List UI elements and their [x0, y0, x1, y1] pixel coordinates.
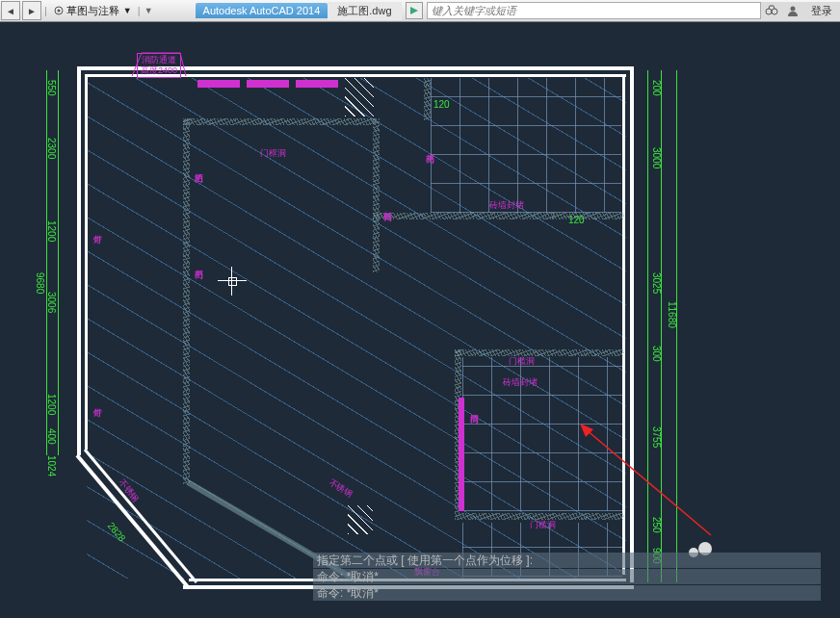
nav-fwd-button[interactable]: ► [22, 1, 41, 20]
partition-2 [183, 118, 376, 125]
label-floor2: 砖墙封堵 [503, 376, 538, 389]
app-title: Autodesk AutoCAD 2014 [196, 3, 328, 18]
login-button[interactable]: 登录 [803, 4, 840, 18]
dim-l4: 3006 [46, 292, 57, 313]
dim-r2: 3000 [651, 147, 662, 168]
drawing-canvas[interactable]: 消防通道 高度2400 灯带 灯带 洒柜门 书柜门 门框洞 书柜门 鞋柜门 门槛… [0, 22, 840, 601]
dim-r4: 300 [651, 346, 662, 362]
cmd-cancel-2: 命令: *取消* [313, 585, 821, 601]
wall-left-outer [77, 66, 81, 455]
file-tab[interactable]: 施工图.dwg [328, 2, 401, 20]
partition-4 [373, 213, 554, 219]
dim-r3: 3025 [651, 272, 662, 294]
dim-l5: 1200 [46, 394, 57, 415]
dimline-left-inner [58, 70, 59, 455]
svg-point-5 [791, 7, 796, 12]
dim-l3: 1200 [46, 220, 57, 242]
cmd-prompt: 指定第二个点或 [ 使用第一个点作为位移 ]: [313, 553, 821, 568]
dim-r1: 200 [651, 80, 662, 96]
dim-ltotal: 9680 [35, 272, 45, 294]
partition-6 [424, 78, 431, 120]
cmd-cancel-1: 命令: *取消* [313, 569, 821, 584]
dim-l6: 400 [46, 428, 57, 445]
tile-room-1 [431, 78, 621, 213]
svg-line-7 [85, 450, 197, 582]
dim-l2: 2300 [46, 138, 57, 159]
command-line-area[interactable]: 指定第二个点或 [ 使用第一个点作为位移 ]: 命令: *取消* 命令: *取消… [313, 552, 821, 601]
dim-l7: 1024 [46, 455, 57, 476]
label-door1: 门槛洞 [509, 355, 535, 368]
svg-point-3 [766, 9, 772, 14]
wall-left-inner [85, 74, 88, 450]
window-3 [296, 80, 338, 88]
hatch-block-2 [348, 505, 373, 534]
label-door2: 门槛洞 [530, 519, 556, 531]
wall-right-outer [630, 66, 634, 582]
keyword-input[interactable] [427, 2, 761, 19]
dim-l1: 550 [46, 80, 57, 96]
gear-icon [53, 5, 65, 16]
dim-rtotal: 11680 [667, 301, 677, 328]
dimline-right-1 [647, 70, 648, 582]
dim-mid: 120 [568, 215, 585, 225]
workspace-label: 草图与注释 [66, 4, 119, 18]
workspace-selector[interactable]: 草图与注释 ▼ [49, 4, 136, 18]
hatch-block-1 [345, 78, 374, 116]
tile-room-2 [462, 357, 622, 511]
window-1 [197, 80, 240, 88]
partition-5 [552, 213, 624, 219]
nav-back-button[interactable]: ◄ [1, 1, 20, 20]
dim-top1: 120 [433, 99, 450, 110]
partition-3 [373, 118, 380, 272]
user-icon[interactable] [782, 2, 803, 19]
door-mark-1 [459, 398, 464, 467]
partition-1 [183, 118, 190, 446]
door-mark-2 [459, 467, 464, 511]
title-bar: ◄ ► | 草图与注释 ▼ | ▼ Autodesk AutoCAD 2014 … [0, 0, 840, 22]
svg-point-4 [772, 9, 777, 14]
dim-r6: 250 [651, 517, 662, 533]
svg-line-6 [77, 455, 189, 588]
window-2 [247, 80, 289, 88]
svg-marker-2 [410, 7, 418, 14]
label-inner-beam: 门框洞 [260, 147, 286, 160]
play-button[interactable] [406, 2, 423, 19]
callout-leader [130, 51, 188, 90]
svg-point-1 [57, 10, 60, 13]
dim-r5: 3755 [651, 426, 662, 448]
wall-right-inner [622, 74, 625, 575]
label-floor1: 砖墙封堵 [489, 199, 524, 212]
binoculars-icon[interactable] [761, 2, 782, 19]
partition-8 [455, 349, 624, 356]
